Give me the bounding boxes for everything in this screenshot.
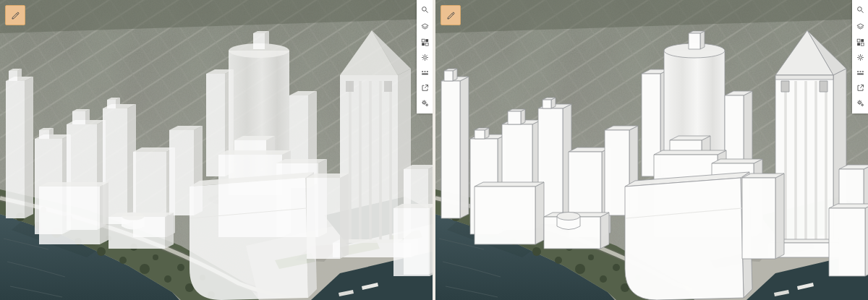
scene-toolbar [417, 0, 433, 113]
scene-panel-left [0, 0, 433, 300]
basemap-button[interactable] [417, 35, 433, 50]
layers-icon [420, 22, 430, 32]
pencil-icon [9, 9, 22, 22]
measure-icon [420, 68, 430, 77]
sun-icon [420, 53, 430, 62]
sun-icon [856, 53, 865, 62]
settings-button[interactable] [852, 95, 868, 111]
pencil-icon [445, 9, 457, 22]
share-icon [420, 83, 430, 93]
search-button[interactable] [852, 2, 868, 17]
scene-panel-right [435, 0, 868, 300]
share-icon [856, 83, 865, 93]
3d-city-scene[interactable] [435, 0, 868, 300]
basemap-icon [420, 38, 430, 47]
layers-icon [856, 22, 865, 32]
edit-sketch-button[interactable] [441, 5, 461, 25]
settings-button[interactable] [417, 95, 433, 111]
search-icon [856, 5, 865, 14]
settings-gears-icon [420, 98, 430, 108]
scene-toolbar [852, 0, 868, 113]
measure-icon [856, 68, 865, 77]
measure-button[interactable] [417, 65, 433, 80]
layers-button[interactable] [417, 20, 433, 35]
search-icon [420, 5, 430, 14]
layers-button[interactable] [852, 20, 868, 35]
share-button[interactable] [852, 80, 868, 95]
basemap-button[interactable] [852, 35, 868, 50]
settings-gears-icon [856, 98, 865, 108]
daylight-button[interactable] [417, 50, 433, 65]
measure-button[interactable] [852, 65, 868, 80]
scene-compare-view [0, 0, 868, 300]
edit-sketch-button[interactable] [5, 5, 25, 25]
search-button[interactable] [417, 2, 433, 17]
share-button[interactable] [417, 80, 433, 95]
daylight-button[interactable] [852, 50, 868, 65]
basemap-icon [856, 38, 865, 47]
3d-city-scene[interactable] [0, 0, 433, 300]
